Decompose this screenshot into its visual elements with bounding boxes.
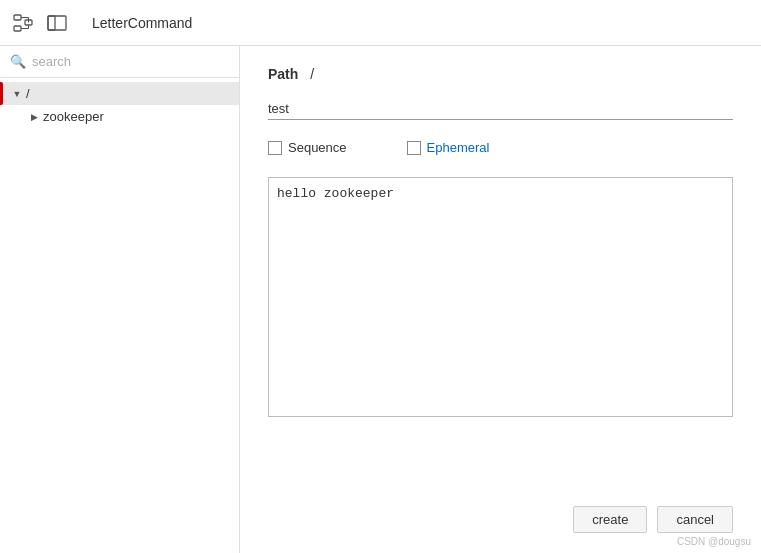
tree-item-root[interactable]: ▼ / [0, 82, 239, 105]
checkboxes-row: Sequence Ephemeral [268, 140, 733, 155]
main-layout: 🔍 ▼ / ▶ zookeeper Path / [0, 46, 761, 553]
sequence-label: Sequence [288, 140, 347, 155]
search-box: 🔍 [0, 46, 239, 78]
tree-area: ▼ / ▶ zookeeper [0, 78, 239, 553]
search-icon: 🔍 [10, 54, 26, 69]
svg-rect-7 [48, 16, 66, 30]
title-bar: LetterCommand [0, 0, 761, 46]
path-value: / [310, 66, 314, 82]
tab-icons [12, 12, 68, 34]
buttons-row: create cancel [268, 506, 733, 533]
zookeeper-label: zookeeper [43, 109, 104, 124]
root-toggle-icon[interactable]: ▼ [10, 87, 24, 101]
sidebar: 🔍 ▼ / ▶ zookeeper [0, 46, 240, 553]
zookeeper-toggle-icon[interactable]: ▶ [28, 112, 40, 122]
svg-rect-8 [48, 16, 55, 30]
svg-rect-1 [14, 26, 21, 31]
sequence-checkbox[interactable] [268, 141, 282, 155]
root-label: / [26, 86, 30, 101]
tree-root-wrapper: ▼ / [0, 82, 239, 105]
search-input[interactable] [32, 54, 229, 69]
path-row: Path / [268, 66, 733, 82]
cancel-button[interactable]: cancel [657, 506, 733, 533]
tree-tab-icon[interactable] [12, 12, 34, 34]
create-button[interactable]: create [573, 506, 647, 533]
path-label: Path [268, 66, 298, 82]
content-panel: Path / Sequence Ephemeral hello zookeepe… [240, 46, 761, 553]
svg-rect-0 [14, 15, 21, 20]
tree-item-zookeeper[interactable]: ▶ zookeeper [0, 105, 239, 128]
ephemeral-checkbox-item[interactable]: Ephemeral [407, 140, 490, 155]
panel-tab-icon[interactable] [46, 12, 68, 34]
node-name-input[interactable] [268, 98, 733, 120]
selected-indicator [0, 82, 3, 105]
name-input-row [268, 98, 733, 120]
app-title: LetterCommand [92, 15, 192, 31]
ephemeral-label: Ephemeral [427, 140, 490, 155]
textarea-row: hello zookeeper [268, 177, 733, 486]
watermark: CSDN @dougsu [677, 536, 751, 547]
ephemeral-checkbox[interactable] [407, 141, 421, 155]
content-textarea[interactable]: hello zookeeper [268, 177, 733, 417]
sequence-checkbox-item[interactable]: Sequence [268, 140, 347, 155]
